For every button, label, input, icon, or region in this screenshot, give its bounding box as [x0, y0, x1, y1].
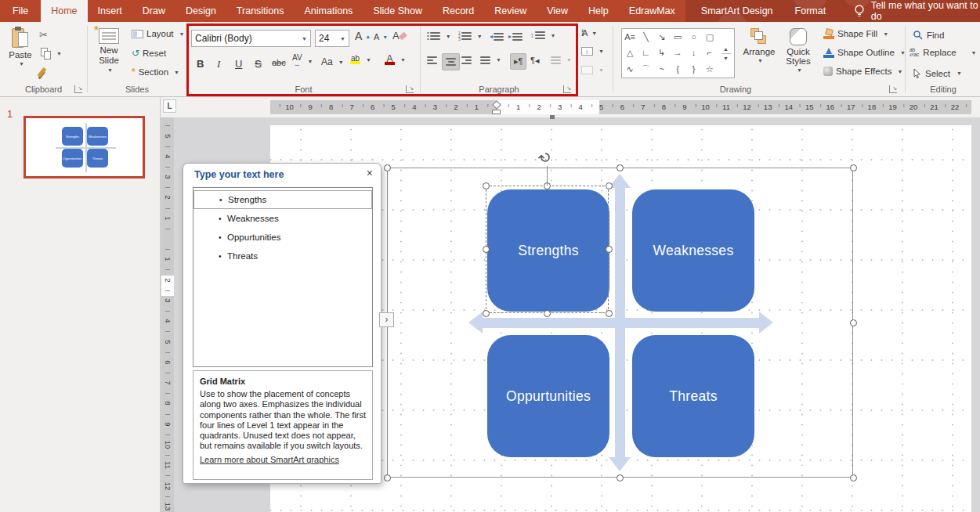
resize-handle[interactable]	[850, 319, 857, 326]
tab-file[interactable]: File	[0, 0, 41, 22]
resize-handle[interactable]	[384, 164, 391, 171]
quick-styles-button[interactable]: Quick Styles ▼	[779, 28, 817, 73]
tab-insert[interactable]: Insert	[88, 0, 132, 22]
copy-button[interactable]: ▼	[41, 48, 62, 59]
tell-me-box[interactable]: Tell me what you want to do	[841, 0, 980, 22]
vertical-axis-arrow[interactable]	[609, 174, 631, 471]
tab-edrawmax[interactable]: EdrawMax	[619, 0, 685, 22]
quadrant-threats[interactable]: Threats	[632, 335, 754, 457]
underline-button[interactable]: U	[235, 56, 242, 72]
quadrant-oppurtunities[interactable]: Oppurtunities	[487, 335, 609, 457]
text-pane-item[interactable]: •Strengths	[193, 190, 372, 209]
resize-handle[interactable]	[606, 182, 613, 189]
tab-format[interactable]: Format	[784, 0, 837, 22]
increase-indent-button[interactable]: ▸	[508, 33, 523, 41]
text-direction-button[interactable]: ⦙⦙A▼	[581, 28, 597, 38]
tab-home[interactable]: Home	[41, 0, 87, 22]
rounded-rectangle-icon[interactable]: ▢	[706, 33, 714, 41]
resize-handle[interactable]	[617, 474, 624, 481]
bullets-button[interactable]: ••• ▼	[427, 31, 451, 41]
tab-animations[interactable]: Animations	[295, 0, 363, 22]
elbow-icon[interactable]: ∟	[642, 49, 650, 57]
justify-button[interactable]: ▼	[480, 56, 501, 64]
left-indent-marker[interactable]	[492, 110, 501, 114]
font-size-combo[interactable]: 24▼	[315, 30, 349, 47]
quadrant-weaknesses[interactable]: Weaknesses	[632, 189, 754, 312]
font-dialog-launcher[interactable]: ↘	[406, 85, 414, 93]
close-icon[interactable]: ×	[367, 167, 373, 179]
star-icon[interactable]: ☆	[706, 65, 714, 74]
slide-thumbnail[interactable]: StrengthsWeaknessesOppurtunitiesThreats	[24, 116, 145, 178]
align-text-button[interactable]: ↕▼	[581, 47, 604, 56]
vertical-ruler[interactable]: 5432112345678910111213	[161, 117, 174, 512]
oval-icon[interactable]: ○	[691, 33, 696, 41]
paste-button[interactable]: Paste ▼	[5, 27, 36, 67]
tab-transitions[interactable]: Transitions	[226, 0, 295, 22]
shape-selection-box[interactable]	[486, 186, 609, 313]
tab-slide-show[interactable]: Slide Show	[363, 0, 432, 22]
cut-button[interactable]: ✂	[39, 29, 48, 41]
shape-effects-button[interactable]: Shape Effects▼	[823, 67, 902, 76]
convert-to-smartart-button[interactable]: ▼	[581, 66, 604, 74]
font-color-button[interactable]: A ▼	[385, 55, 406, 65]
text-pane-item[interactable]: •Weaknesses	[193, 209, 372, 228]
arc-icon[interactable]: ⌒	[642, 65, 650, 74]
character-spacing-button[interactable]: AV↔ ▼	[292, 54, 313, 68]
right-arrow-icon[interactable]: →	[674, 49, 682, 57]
new-slide-button[interactable]: * New Slide ▼	[91, 28, 127, 73]
bold-button[interactable]: B	[197, 56, 204, 72]
clear-formatting-button[interactable]: A	[392, 30, 407, 41]
resize-handle[interactable]	[483, 310, 490, 317]
shapes-gallery-scroll[interactable]: ▲▼	[718, 28, 735, 78]
tab-design[interactable]: Design	[175, 0, 226, 22]
triangle-icon[interactable]: △	[627, 49, 633, 57]
resize-handle[interactable]	[850, 164, 857, 171]
align-left-button[interactable]	[427, 56, 437, 64]
scribble-icon[interactable]: ∿	[627, 65, 634, 74]
select-button[interactable]: Select▼	[913, 68, 962, 78]
decrease-font-size-button[interactable]: A▼	[374, 32, 388, 41]
shape-outline-button[interactable]: Shape Outline▼	[823, 48, 906, 58]
decrease-indent-button[interactable]: ◂	[490, 33, 504, 41]
resize-handle[interactable]	[606, 310, 613, 317]
resize-handle[interactable]	[617, 164, 624, 171]
tab-help[interactable]: Help	[578, 0, 619, 22]
paragraph-dialog-launcher[interactable]: ↘	[563, 85, 571, 93]
rectangle-icon[interactable]: ▭	[674, 33, 682, 41]
shape-fill-button[interactable]: Shape Fill▼	[823, 29, 888, 39]
increase-font-size-button[interactable]: A▲	[355, 30, 371, 42]
text-shadow-button[interactable]: S	[255, 56, 262, 72]
rotate-handle[interactable]: ↻	[534, 147, 556, 169]
columns-button[interactable]: ▼	[551, 56, 572, 64]
text-pane-toggle-button[interactable]: ›	[379, 312, 394, 327]
resize-handle[interactable]	[384, 474, 391, 481]
section-button[interactable]: * Section▼	[132, 67, 179, 78]
left-to-right-button[interactable]: ▸¶	[510, 53, 526, 70]
elbow-arrow-icon[interactable]: ↳	[658, 49, 665, 57]
learn-more-link[interactable]: Learn more about SmartArt graphics	[200, 455, 339, 465]
tab-view[interactable]: View	[537, 0, 578, 22]
align-center-button[interactable]	[442, 53, 460, 70]
drawing-dialog-launcher[interactable]: ↘	[889, 85, 897, 93]
shapes-gallery[interactable]: A≡╲↘▭○▢△∟↳→↓⌐∿⌒~{}☆	[621, 28, 718, 78]
tab-selector[interactable]: L	[163, 99, 176, 113]
arrow-icon[interactable]: ↘	[658, 33, 665, 41]
horizontal-ruler[interactable]: 1098765432112345678910111213141516171819…	[174, 100, 980, 114]
align-right-button[interactable]	[461, 56, 472, 64]
left-brace-icon[interactable]: {	[676, 65, 679, 74]
resize-handle[interactable]	[544, 310, 551, 317]
down-arrow-icon[interactable]: ↓	[692, 49, 696, 57]
text-box-icon[interactable]: A≡	[624, 33, 635, 41]
line-spacing-button[interactable]: ↕ ▼	[530, 31, 555, 39]
italic-button[interactable]: I	[217, 56, 220, 72]
change-case-button[interactable]: Aa▼	[321, 56, 344, 67]
right-to-left-button[interactable]: ¶◂	[530, 56, 539, 66]
resize-handle[interactable]	[483, 246, 490, 253]
text-pane-item[interactable]: •Threats	[193, 247, 372, 265]
right-brace-icon[interactable]: }	[693, 65, 696, 74]
highlight-color-button[interactable]: ab ▼	[350, 55, 371, 64]
curve-icon[interactable]: ~	[660, 65, 664, 74]
line-icon[interactable]: ╲	[643, 33, 649, 41]
resize-handle[interactable]	[483, 182, 490, 189]
numbering-button[interactable]: 123 ▼	[458, 31, 483, 41]
